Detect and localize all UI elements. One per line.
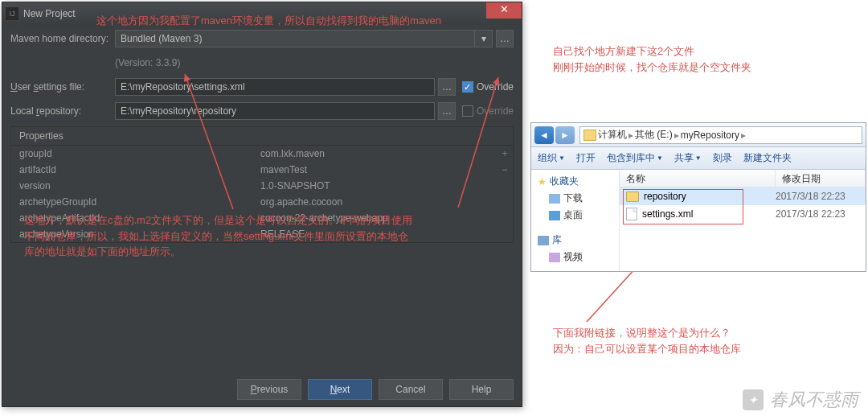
property-row[interactable]: archetypeVersionRELEASE [11,226,497,242]
maven-version-note: (Version: 3.3.9) [115,57,180,68]
explorer-navbar: ◄ ► 计算机▸ 其他 (E:)▸ myRepository▸ [531,123,866,147]
sidebar-library[interactable]: 库 [531,232,619,249]
folder-icon [626,191,639,202]
property-value: cocoon-22-archetype-webapp [252,212,497,224]
file-name: repository [644,191,686,202]
app-icon: IJ [6,7,18,20]
cancel-button[interactable]: Cancel [379,379,443,400]
override-label-1: Override [477,81,514,93]
explorer-toolbar: 组织 ▼ 打开 包含到库中 ▼ 共享 ▼ 刻录 新建文件夹 [531,147,866,170]
breadcrumb-item[interactable]: myRepository [681,130,739,141]
property-value: mavenTest [252,164,497,175]
video-icon [549,253,560,262]
property-value: RELEASE [252,229,497,240]
breadcrumb[interactable]: 计算机▸ 其他 (E:)▸ myRepository▸ [579,126,862,144]
sidebar-favorites[interactable]: ★收藏夹 [531,173,619,190]
override-settings-checkbox[interactable] [462,81,473,93]
browse-maven-home-button[interactable]: … [496,30,514,47]
local-repo-label: Local repository: [10,105,115,117]
override-label-2: Override [477,105,514,117]
wechat-icon: ✦ [743,389,764,410]
file-explorer-window: ◄ ► 计算机▸ 其他 (E:)▸ myRepository▸ 组织 ▼ 打开 … [530,122,866,272]
property-row[interactable]: archetypeGroupIdorg.apache.cocoon [11,194,497,210]
property-key: archetypeArtifactId [11,212,252,224]
explorer-sidebar: ★收藏夹 下载 桌面 库 视频 [531,170,620,271]
close-icon[interactable]: ✕ [486,2,522,19]
user-settings-input[interactable]: E:\myRepository\settings.xml [115,78,435,96]
property-row[interactable]: artifactIdmavenTest [11,162,497,178]
file-date: 2017/3/18 22:23 [776,191,866,202]
breadcrumb-item[interactable]: 计算机 [598,128,627,142]
nav-forward-button[interactable]: ► [555,126,575,144]
library-icon [538,236,549,245]
property-row[interactable]: archetypeArtifactIdcocoon-22-archetype-w… [11,210,497,226]
dialog-titlebar[interactable]: IJ New Project ✕ [2,2,522,25]
property-value: com.lxk.maven [252,148,497,159]
column-name[interactable]: 名称 [620,170,776,187]
properties-header: Properties [11,127,513,146]
file-name: settings.xml [642,208,693,220]
property-row[interactable]: version1.0-SNAPSHOT [11,178,497,194]
previous-button[interactable]: Previous [237,379,301,400]
toolbar-burn[interactable]: 刻录 [713,151,732,165]
chevron-down-icon[interactable]: ▾ [475,30,493,47]
file-date: 2017/3/18 22:23 [776,208,866,220]
remove-property-button[interactable]: − [497,162,513,178]
next-button[interactable]: Next [308,379,372,400]
local-repo-input[interactable]: E:\myRepository\repository [115,102,435,120]
browse-repo-button[interactable]: … [438,102,456,120]
file-row[interactable]: repository2017/3/18 22:23 [620,187,866,205]
nav-back-button[interactable]: ◄ [534,126,554,144]
column-date[interactable]: 修改日期 [776,170,866,187]
toolbar-organize[interactable]: 组织 ▼ [538,151,565,165]
file-list: repository2017/3/18 22:23settings.xml201… [620,187,866,271]
breadcrumb-item[interactable]: 其他 (E:) [635,128,673,142]
toolbar-share[interactable]: 共享 ▼ [674,151,702,165]
download-icon [549,194,560,204]
new-project-dialog: IJ New Project ✕ Maven home directory: B… [2,2,522,407]
property-value: 1.0-SNAPSHOT [252,180,497,191]
override-repo-checkbox[interactable] [462,105,473,117]
property-key: version [11,180,252,191]
toolbar-include-lib[interactable]: 包含到库中 ▼ [607,151,663,165]
watermark-text: 春风不惑雨 [770,388,858,412]
browse-settings-button[interactable]: … [438,78,456,96]
sidebar-video[interactable]: 视频 [531,249,619,266]
annotation-right-1: 自己找个地方新建下这2个文件 刚刚开始的时候，找个仓库就是个空文件夹 [553,43,810,75]
desktop-icon [549,211,560,220]
toolbar-new-folder[interactable]: 新建文件夹 [743,151,792,165]
property-row[interactable]: groupIdcom.lxk.maven [11,146,497,162]
property-value: org.apache.cocoon [252,196,497,208]
property-key: archetypeGroupId [11,196,252,208]
watermark: ✦ 春风不惑雨 [743,388,858,412]
sidebar-downloads[interactable]: 下载 [531,190,619,207]
maven-home-label: Maven home directory: [10,33,115,44]
toolbar-open[interactable]: 打开 [576,151,596,165]
star-icon: ★ [538,176,547,187]
annotation-right-2: 下面我附链接，说明整这个是为什么？ 因为：自己可以设置某个项目的本地仓库 [553,325,810,356]
property-key: archetypeVersion [11,229,252,240]
sidebar-desktop[interactable]: 桌面 [531,207,619,224]
help-button[interactable]: Help [449,379,514,400]
properties-panel: Properties groupIdcom.lxk.mavenartifactI… [10,126,514,243]
file-row[interactable]: settings.xml2017/3/18 22:23 [620,205,866,223]
user-settings-label: User settings file: [10,81,115,93]
add-property-button[interactable]: + [497,146,513,162]
dialog-title: New Project [23,8,76,19]
drive-icon [583,130,596,141]
property-key: groupId [11,148,252,159]
file-icon [626,208,637,220]
maven-home-dropdown[interactable]: Bundled (Maven 3) [115,30,475,47]
explorer-column-headers[interactable]: 名称 修改日期 [620,170,866,187]
property-key: artifactId [11,164,252,175]
